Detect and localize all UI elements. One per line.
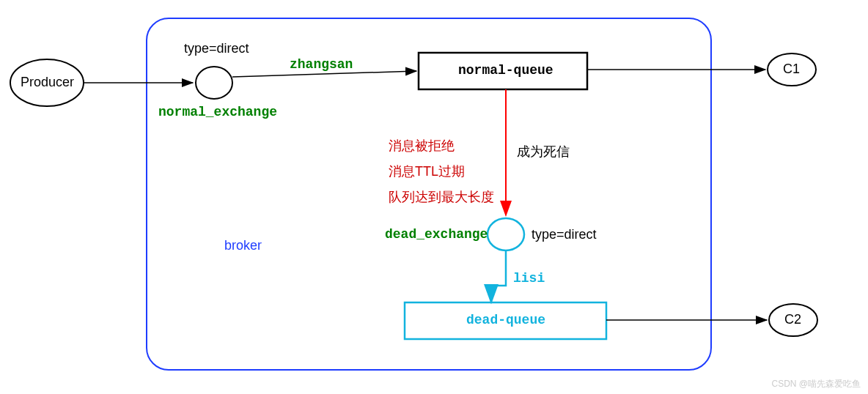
diagram-stage: { "producer": { "label": "Producer" }, "… [0, 0, 868, 394]
dead-exchange-type: type=direct [532, 227, 597, 242]
dead-routing-key: lisi [513, 271, 545, 286]
normal-exchange-node [196, 67, 232, 99]
consumer-c2-label: C2 [784, 312, 801, 327]
reason-3: 队列达到最大长度 [389, 188, 494, 206]
normal-exchange-type: type=direct [184, 41, 249, 56]
dead-exchange-node [488, 218, 524, 250]
normal-exchange-name: normal_exchange [158, 105, 277, 119]
broker-label: broker [224, 238, 262, 253]
dead-exchange-name: dead_exchange [385, 227, 488, 242]
normal-routing-key: zhangsan [290, 57, 353, 72]
consumer-c1-label: C1 [783, 62, 800, 77]
dead-queue-label: dead-queue [466, 313, 545, 327]
reason-1: 消息被拒绝 [389, 137, 455, 155]
svg-line-1 [232, 71, 416, 77]
become-deadletter: 成为死信 [517, 143, 570, 160]
watermark: CSDN @喵先森爱吃鱼 [771, 378, 861, 390]
normal-queue-label: normal-queue [458, 63, 553, 78]
reason-2: 消息TTL过期 [389, 163, 465, 180]
producer-label: Producer [21, 75, 74, 90]
